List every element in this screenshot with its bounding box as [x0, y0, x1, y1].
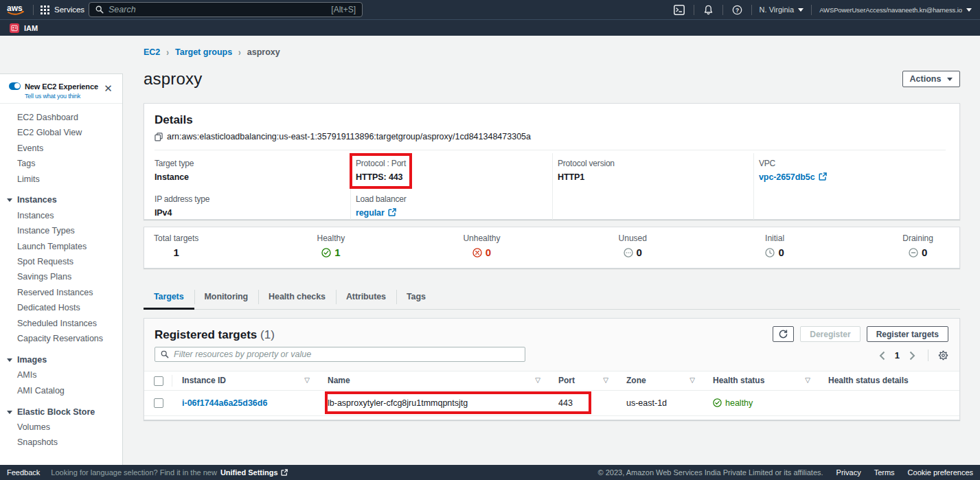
sidebar-close-icon[interactable]: ✕ — [104, 84, 113, 93]
sidebar-item-reserved-instances[interactable]: Reserved Instances — [0, 285, 122, 300]
sidebar-item-launch-templates[interactable]: Launch Templates — [0, 239, 122, 254]
select-all-checkbox[interactable] — [154, 376, 163, 386]
healthy-check-icon — [713, 398, 722, 407]
sidebar-item-ec2-global-view[interactable]: EC2 Global View — [0, 125, 122, 140]
iam-favorite-link[interactable]: IAM — [24, 24, 38, 32]
sort-filter-icon[interactable]: ▽ — [805, 376, 810, 384]
sidebar-item-scheduled-instances[interactable]: Scheduled Instances — [0, 316, 122, 331]
sidebar-item-capacity-reservations[interactable]: Capacity Reservations — [0, 331, 122, 346]
account-menu[interactable]: AWSPowerUserAccess/navaneeth.kn@harness.… — [812, 6, 980, 14]
sort-filter-icon[interactable]: ▽ — [603, 376, 608, 384]
registered-targets-table: Instance ID▽ Name▽ Port▽ Zone▽ Health st… — [144, 372, 959, 416]
registered-targets-panel: Registered targets (1) Deregister Regist… — [144, 318, 960, 420]
external-link-icon — [388, 208, 396, 216]
sidebar-section-images[interactable]: Images — [0, 352, 122, 367]
load-balancer-link[interactable]: regular — [356, 208, 385, 218]
new-experience-box: New EC2 Experience Tell us what you thin… — [0, 74, 122, 104]
actions-caret-icon — [947, 78, 953, 81]
cloudshell-button[interactable] — [665, 0, 694, 19]
instance-id-link[interactable]: i-06f1744a6a25d36d6 — [182, 398, 267, 408]
sidebar-section-elastic-block-store[interactable]: Elastic Block Store — [0, 404, 122, 420]
external-link-icon — [819, 172, 827, 181]
breadcrumb-ec2[interactable]: EC2 — [144, 47, 160, 57]
sidebar-item-limits[interactable]: Limits — [0, 172, 122, 187]
page-number: 1 — [892, 350, 902, 361]
sidebar-item-snapshots[interactable]: Snapshots — [0, 435, 122, 450]
tab-attributes[interactable]: Attributes — [336, 285, 396, 309]
help-button[interactable]: ? — [723, 0, 751, 19]
new-experience-toggle[interactable] — [9, 82, 21, 90]
sidebar-item-ec2-dashboard[interactable]: EC2 Dashboard — [0, 110, 122, 125]
panel-count: (1) — [260, 328, 275, 341]
table-header-row: Instance ID▽ Name▽ Port▽ Zone▽ Health st… — [144, 372, 959, 390]
sort-filter-icon[interactable]: ▽ — [304, 376, 310, 384]
stat-unhealthy: Unhealthy 0 — [463, 233, 500, 268]
terms-link[interactable]: Terms — [874, 468, 895, 477]
stat-initial: Initial 0 — [765, 233, 784, 268]
services-label: Services — [54, 5, 84, 14]
sidebar-item-instance-types[interactable]: Instance Types — [0, 223, 122, 238]
field-target-type: Target type Instance — [155, 158, 350, 184]
tab-targets[interactable]: Targets — [144, 285, 194, 309]
tab-monitoring[interactable]: Monitoring — [194, 285, 259, 309]
breadcrumb-target-groups[interactable]: Target groups — [175, 47, 232, 57]
aws-logo[interactable]: aws — [7, 3, 27, 16]
deregister-button[interactable]: Deregister — [800, 326, 860, 342]
search-placeholder: Search — [109, 5, 331, 14]
notifications-bell-button[interactable] — [694, 0, 722, 19]
table-settings-gear-icon[interactable] — [933, 350, 948, 361]
tab-tags[interactable]: Tags — [396, 285, 436, 309]
sidebar-menu: EC2 Dashboard EC2 Global View Events Tag… — [0, 104, 122, 450]
field-protocol-port: Protocol : Port HTTPS: 443 — [356, 158, 552, 184]
column-zone: Zone▽ — [617, 372, 703, 390]
region-selector[interactable]: N. Virginia — [752, 5, 812, 14]
language-hint: Looking for language selection? Find it … — [51, 468, 217, 477]
previous-page-icon[interactable] — [872, 350, 892, 361]
vpc-link[interactable]: vpc-2657db5c — [759, 172, 815, 182]
sidebar-item-spot-requests[interactable]: Spot Requests — [0, 254, 122, 269]
filter-search-icon — [161, 350, 169, 358]
actions-button[interactable]: Actions — [902, 71, 960, 87]
column-name: Name▽ — [318, 372, 549, 390]
search-input[interactable]: Search [Alt+S] — [89, 2, 363, 17]
register-targets-button[interactable]: Register targets — [867, 326, 948, 342]
copy-icon[interactable] — [155, 133, 163, 141]
region-label: N. Virginia — [760, 5, 795, 14]
next-page-icon[interactable] — [902, 350, 922, 361]
sidebar-item-events[interactable]: Events — [0, 141, 122, 156]
sidebar-item-amis[interactable]: AMIs — [0, 367, 122, 382]
target-health-details-cell — [819, 390, 959, 415]
sort-filter-icon[interactable]: ▽ — [535, 376, 540, 384]
collapse-triangle-icon — [7, 198, 12, 202]
page-title: asproxy — [144, 69, 202, 89]
tab-health-checks[interactable]: Health checks — [258, 285, 336, 309]
sidebar-item-tags[interactable]: Tags — [0, 156, 122, 171]
sidebar-item-ami-catalog[interactable]: AMI Catalog — [0, 383, 122, 398]
field-ip-address-type: IP address type IPv4 — [155, 194, 350, 220]
unified-settings-link[interactable]: Unified Settings — [220, 468, 288, 477]
services-menu[interactable]: Services — [41, 5, 84, 14]
details-title: Details — [155, 113, 946, 127]
aws-console-screen: aws Services Search [Alt+S] — [0, 0, 980, 480]
collapse-triangle-icon — [7, 358, 12, 362]
refresh-button[interactable] — [773, 326, 794, 342]
stat-draining: Draining 0 — [902, 233, 933, 268]
panel-header: Registered targets (1) Deregister Regist… — [144, 319, 959, 372]
breadcrumb-chevron-icon: › — [238, 47, 241, 58]
filter-input[interactable]: Filter resources by property or value — [155, 347, 525, 362]
target-health-summary: Total targets 1 Healthy 1 Unhealthy 0 Un… — [144, 227, 960, 268]
privacy-link[interactable]: Privacy — [836, 468, 861, 477]
cookie-preferences-link[interactable]: Cookie preferences — [908, 468, 973, 477]
sidebar-item-instances[interactable]: Instances — [0, 208, 122, 223]
sidebar-item-volumes[interactable]: Volumes — [0, 420, 122, 435]
feedback-link[interactable]: Feedback — [7, 468, 40, 477]
sidebar-item-dedicated-hosts[interactable]: Dedicated Hosts — [0, 300, 122, 315]
column-health-status: Health status▽ — [703, 372, 819, 390]
sort-filter-icon[interactable]: ▽ — [690, 376, 695, 384]
row-checkbox[interactable] — [154, 398, 163, 408]
sidebar-section-instances[interactable]: Instances — [0, 192, 122, 207]
field-protocol-version: Protocol version HTTP1 — [558, 158, 753, 184]
tell-us-link[interactable]: Tell us what you think — [25, 92, 113, 100]
sidebar-item-savings-plans[interactable]: Savings Plans — [0, 269, 122, 284]
region-caret-icon — [798, 8, 804, 12]
